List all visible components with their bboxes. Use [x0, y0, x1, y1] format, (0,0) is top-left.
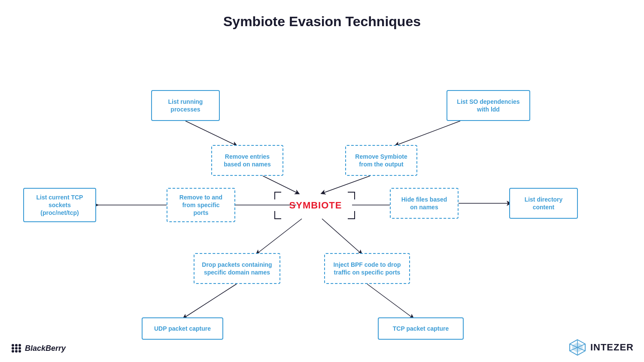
box-remove-entries-names: Remove entries based on names: [211, 145, 283, 176]
box-inject-bpf-code: Inject BPF code to drop traffic on speci…: [324, 253, 410, 284]
box-list-directory-content: List directory content: [509, 188, 578, 219]
intezer-label: INTEZER: [590, 342, 634, 353]
blackberry-label: BlackBerry: [25, 344, 66, 353]
box-remove-specific-ports: Remove to and from specific ports: [167, 188, 235, 222]
page-title: Symbiote Evasion Techniques: [0, 0, 644, 30]
svg-point-20: [18, 350, 21, 353]
box-hide-files-names: Hide files based on names: [390, 188, 459, 219]
svg-point-15: [15, 344, 18, 347]
svg-line-10: [185, 284, 237, 317]
svg-line-3: [323, 176, 370, 193]
svg-point-13: [12, 347, 14, 350]
svg-line-9: [322, 219, 361, 253]
intezer-logo: INTEZER: [569, 339, 634, 356]
blackberry-icon: [10, 342, 22, 354]
intezer-icon: [569, 339, 586, 356]
svg-point-14: [12, 350, 14, 353]
box-list-running-processes: List running processes: [151, 90, 220, 121]
svg-point-19: [18, 347, 21, 350]
box-list-so-dependencies: List SO dependencies with ldd: [447, 90, 530, 121]
box-tcp-packet-capture: TCP packet capture: [378, 317, 464, 340]
box-udp-packet-capture: UDP packet capture: [142, 317, 223, 340]
box-list-tcp-sockets: List current TCP sockets (proc/net/tcp): [23, 188, 96, 222]
svg-line-1: [397, 121, 460, 145]
diagram-container: SYMBIOTE List running processes List SO …: [0, 39, 644, 362]
svg-point-18: [18, 344, 21, 347]
svg-point-12: [12, 344, 14, 347]
box-drop-packets-domain: Drop packets containing specific domain …: [194, 253, 280, 284]
svg-line-0: [185, 121, 235, 145]
symbiote-center-label: SYMBIOTE: [281, 192, 350, 219]
svg-line-11: [367, 284, 412, 317]
svg-point-16: [15, 347, 18, 350]
svg-line-8: [258, 219, 302, 253]
svg-point-17: [15, 350, 18, 353]
box-remove-symbiote-output: Remove Symbiote from the output: [345, 145, 417, 176]
svg-line-2: [263, 176, 298, 193]
blackberry-logo: BlackBerry: [10, 342, 66, 354]
